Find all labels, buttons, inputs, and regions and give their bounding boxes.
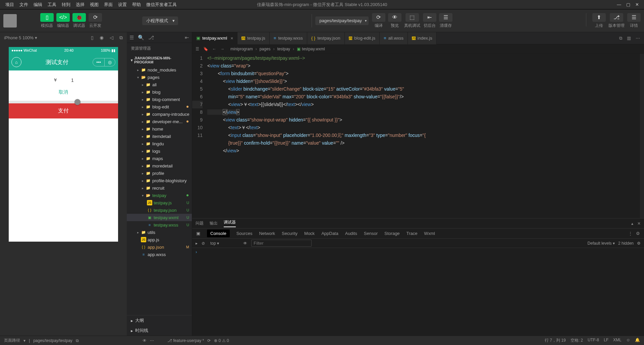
crumb-file[interactable]: ▣ testpay.wxml [297,47,325,51]
outline-section[interactable]: ▸大纲 [127,315,192,326]
storage-tab[interactable]: Storage [384,231,400,236]
sensor-tab[interactable]: Sensor [364,231,378,236]
version-button[interactable]: ⎇版本管理 [608,13,625,29]
tree-recruit[interactable]: ▸📁recruit [127,184,192,192]
console-body[interactable]: › [192,248,644,336]
audits-tab[interactable]: Audits [345,231,357,236]
menu-icon[interactable]: ☰ [129,35,134,41]
chevron-up-icon[interactable]: ▴ [631,221,633,226]
close-icon[interactable]: × [230,36,233,41]
details-button[interactable]: ☰详情 [627,13,641,29]
collapse-icon[interactable]: ⇤ [185,35,189,41]
tab-blog-edit-js[interactable]: JSblog-edit.js [345,32,380,44]
mute-icon[interactable]: ◁ [110,35,113,41]
visibility-icon[interactable]: 👁 [143,338,147,343]
minimap[interactable] [640,54,644,218]
tab-testpay-js[interactable]: JStestpay.js [237,32,269,44]
current-path[interactable]: pages/testpay/testpay [33,338,72,343]
tree-company-introduce[interactable]: ▸📁company-introduce [127,110,192,118]
remote-debug-button[interactable]: ⬚真机调试 [404,13,420,29]
tree-moredetail[interactable]: ▸📁moredetail [127,162,192,169]
crumb-pages[interactable]: pages [260,47,271,51]
tree-profile-bloghistory[interactable]: ▸📁profile-bloghistory [127,177,192,184]
inspect-icon[interactable]: ▣ [196,231,200,236]
feedback-icon[interactable]: ☺ [626,338,630,343]
git-icon[interactable]: ⎇ [148,35,154,41]
clear-cache-button[interactable]: ☰清缓存 [439,13,452,29]
tab-index-js[interactable]: JSindex.js [408,32,437,44]
tree-blog-edit[interactable]: ▸📁blog-edit [127,103,192,110]
menu-interface[interactable]: 界面 [101,0,115,9]
mode-dropdown[interactable]: 小程序模式 [142,16,178,25]
close-icon[interactable]: ✕ [635,2,639,7]
avatar[interactable] [3,14,17,28]
device-frame-icon[interactable]: ▯ [91,35,94,41]
slider-thumb[interactable] [74,99,80,105]
security-tab[interactable]: Security [282,231,298,236]
mock-tab[interactable]: Mock [304,231,315,236]
tab-testpay-wxss[interactable]: ≡testpay.wxss [270,32,307,44]
console-filter[interactable] [251,240,312,247]
project-header[interactable]: ▾JIAHAORUISEN-MIN-PROGRAM [127,54,192,66]
debugger-tab[interactable]: 调试器 [224,219,236,227]
git-branch[interactable]: ⎇ feature-userpay * [167,338,204,343]
gear-icon[interactable]: ⚙ [636,231,640,236]
tree-developer-me[interactable]: ▸📁developer-me... [127,118,192,125]
tree-node-modules[interactable]: ▸📁node_modules [127,66,192,73]
list-icon[interactable]: ☰ [196,47,199,51]
menu-edit[interactable]: 编辑 [31,0,45,9]
code-body[interactable]: <!--miniprogram/pages/testpay/testpay.wx… [207,54,644,218]
tree-testpay-wxml[interactable]: ▣testpay.wxmlU [127,214,192,221]
tree-utils[interactable]: ▸📁utils [127,229,192,236]
forward-icon[interactable]: → [220,47,224,51]
tree-profile[interactable]: ▸📁profile [127,169,192,177]
menu-goto[interactable]: 转到 [59,0,73,9]
tree-home[interactable]: ▸📁home [127,125,192,133]
console-tab[interactable]: Console [207,230,230,237]
popout-icon[interactable]: ⧉ [119,35,123,41]
back-icon[interactable]: ← [212,47,216,51]
appdata-tab[interactable]: AppData [321,231,338,236]
code-editor[interactable]: 1234567891011 <!--miniprogram/pages/test… [192,54,644,218]
split-icon[interactable]: ▥ [627,36,631,41]
network-tab[interactable]: Network [259,231,275,236]
console-settings-icon[interactable]: ⚙ [637,241,641,246]
menu-select[interactable]: 选择 [73,0,87,9]
tree-app-json[interactable]: { }app.jsonM [127,243,192,251]
tree-itemdetail[interactable]: ▸📁itemdetail [127,133,192,140]
ellipsis-icon[interactable]: ⋯ [150,338,154,343]
device-selector[interactable]: iPhone 5 100% ▾ [4,35,37,40]
trace-tab[interactable]: Trace [407,231,418,236]
tree-all[interactable]: ▸📁all [127,81,192,88]
bell-icon[interactable]: 🔔 [635,338,640,343]
home-icon[interactable]: ⌂ [11,57,21,67]
tree-maps[interactable]: ▸📁maps [127,155,192,162]
clear-console-icon[interactable]: ⊘ [202,241,205,246]
encoding-info[interactable]: UTF-8 [588,338,599,343]
problems-tab[interactable]: 问题 [196,220,204,226]
sim-slider[interactable] [9,101,118,103]
tree-blog[interactable]: ▸📁blog [127,88,192,96]
copy-icon[interactable]: ⧉ [76,338,79,343]
minimize-icon[interactable]: — [617,2,621,7]
menu-tools[interactable]: 工具 [45,0,59,9]
tree-logs[interactable]: ▸📁logs [127,147,192,155]
context-selector[interactable]: top ▾ [209,240,239,246]
tree-testpay-wxss[interactable]: ≡testpay.wxssU [127,221,192,229]
output-tab[interactable]: 输出 [210,220,218,226]
tree-blog-comment[interactable]: ▸📁blog-comment [127,96,192,103]
menu-view[interactable]: 视图 [87,0,101,9]
simulator-toggle[interactable]: ▯模拟器 [40,13,54,29]
menu-file[interactable]: 文件 [17,0,31,9]
capsule-close-icon[interactable]: ◎ [105,58,115,66]
tree-app-wxss[interactable]: ≡app.wxss [127,251,192,258]
bookmark-icon[interactable]: 🔖 [203,47,208,51]
maximize-icon[interactable]: ▢ [626,2,630,7]
console-sidebar-icon[interactable]: ▸ [196,241,198,246]
compile-button[interactable]: ⟳编译 [372,13,385,29]
search-icon[interactable]: 🔍 [138,35,144,41]
sim-cancel-button[interactable]: 取消 [9,87,118,98]
timeline-section[interactable]: ▸时间线 [127,326,192,336]
compare-icon[interactable]: ⧉ [619,36,622,41]
tab-testpay-json[interactable]: { }testpay.json [307,32,345,44]
